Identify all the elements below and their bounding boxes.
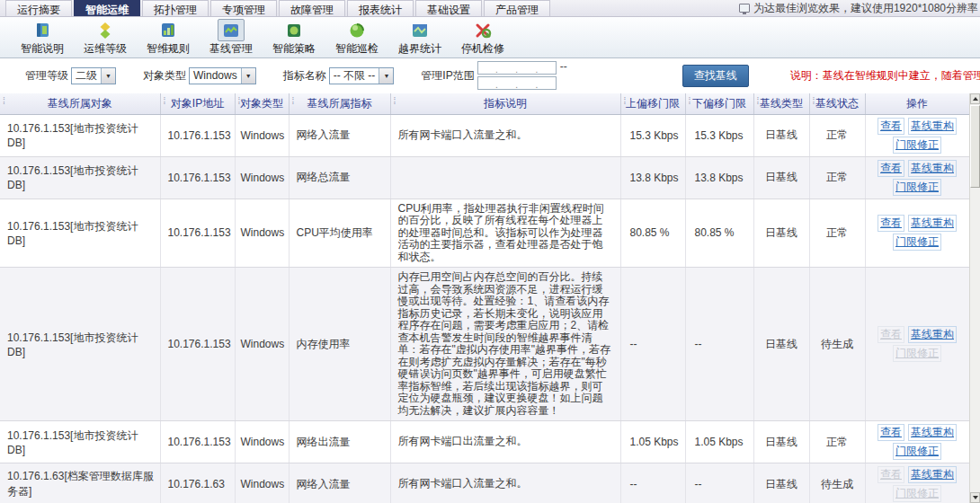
ip-range-end-input[interactable]: ... (477, 76, 557, 90)
chevron-down-icon[interactable]: ▼ (241, 68, 255, 84)
sort-handle-icon[interactable]: ⁞ (164, 97, 166, 106)
cell-ip-address: 10.176.1.63 (160, 463, 235, 503)
threshold-fix-link: 门限修正 (893, 485, 941, 502)
scroll-down-button[interactable] (970, 492, 980, 503)
threshold-fix-link[interactable]: 门限修正 (893, 443, 941, 460)
ip-range-start-input[interactable]: ... (477, 61, 557, 75)
table-row: 10.176.1.153[地市投资统计DB]10.176.1.153Window… (0, 421, 969, 463)
threshold-fix-link[interactable]: 门限修正 (893, 137, 941, 154)
toolbar-item-智维规则[interactable]: 智维规则 (137, 19, 200, 57)
scroll-up-button[interactable] (970, 93, 980, 104)
view-link[interactable]: 查看 (878, 424, 904, 441)
column-header[interactable]: ⁞对象IP地址 (160, 93, 235, 114)
cell-upper-threshold: 13.8 Kbps (620, 156, 685, 199)
column-header-label: 操作 (906, 97, 928, 110)
find-baseline-button[interactable]: 查找基线 (682, 65, 749, 87)
monitor-icon (739, 4, 750, 13)
chevron-down-icon[interactable]: ▼ (101, 68, 115, 84)
menu-tabs: 运行摘要智能运维拓扑管理专项管理故障管理报表统计基础设置产品管理 (0, 0, 552, 16)
column-header[interactable]: ⁞指标说明 (390, 93, 620, 114)
cell-object-type: Windows (235, 114, 289, 156)
column-header[interactable]: ⁞基线所属对象 (0, 93, 160, 114)
baseline-table-wrap: ⁞基线所属对象⁞对象IP地址⁞对象类型⁞基线所属指标⁞指标说明⁞上偏移门限⁞下偏… (0, 93, 980, 503)
cell-operations: 查看基线重构门限修正 (865, 268, 969, 421)
metric-name-select[interactable]: -- 不限 -- ▼ (329, 67, 395, 84)
menu-tab[interactable]: 运行摘要 (5, 0, 72, 16)
cell-object: 10.176.1.153[地市投资统计DB] (0, 268, 160, 421)
menu-tab[interactable]: 故障管理 (279, 0, 345, 16)
column-header[interactable]: ⁞基线状态 (809, 93, 865, 114)
rebuild-baseline-link[interactable]: 基线重构 (908, 160, 957, 177)
cell-object-type: Windows (235, 463, 289, 503)
column-header[interactable]: ⁞下偏移门限 (685, 93, 753, 114)
sort-handle-icon[interactable]: ⁞ (813, 97, 815, 106)
toolbar-item-智能策略[interactable]: 智能策略 (263, 19, 325, 57)
chevron-down-icon[interactable]: ▼ (379, 68, 393, 84)
scrollbar-thumb[interactable] (970, 105, 980, 188)
column-header[interactable]: ⁞基线类型 (753, 93, 809, 114)
menu-tab[interactable]: 产品管理 (484, 0, 550, 16)
cell-baseline-status: 待生成 (809, 268, 865, 421)
sort-handle-icon[interactable]: ⁞ (757, 97, 760, 106)
column-header[interactable]: ⁞基线所属指标 (289, 93, 390, 114)
menu-tab[interactable]: 拓扑管理 (142, 0, 209, 16)
cell-upper-threshold: 1.05 Kbps (620, 421, 685, 463)
toolbar-item-停机检修[interactable]: 停机检修 (451, 19, 514, 57)
cell-metric-description: 内存已用空间占内存总空间的百分比。持续过高，会导致系统因资源不足，进程运行缓慢或… (390, 268, 620, 421)
manage-level-label: 管理等级 (25, 68, 68, 84)
view-link[interactable]: 查看 (878, 160, 904, 177)
cell-object: 10.176.1.153[地市投资统计DB] (0, 114, 160, 156)
cell-upper-threshold: -- (620, 268, 685, 421)
rebuild-baseline-link[interactable]: 基线重构 (908, 424, 957, 441)
cell-metric-name: 网络总流量 (289, 156, 390, 199)
toolbar-item-label: 智能说明 (21, 41, 64, 57)
object-type-select[interactable]: Windows ▼ (189, 67, 256, 84)
table-row: 10.176.1.153[地市投资统计DB]10.176.1.153Window… (0, 199, 969, 268)
menu-tab[interactable]: 基础设置 (415, 0, 482, 16)
menu-tab[interactable]: 报表统计 (347, 0, 414, 16)
sort-handle-icon[interactable]: ⁞ (292, 97, 295, 106)
ai-inspect-icon (343, 19, 370, 41)
cell-lower-threshold: -- (685, 268, 753, 421)
threshold-fix-link[interactable]: 门限修正 (893, 179, 941, 196)
baseline-manage-icon (218, 19, 245, 41)
rebuild-baseline-link[interactable]: 基线重构 (908, 118, 957, 135)
menu-tab[interactable]: 智能运维 (74, 0, 140, 16)
vertical-scrollbar[interactable] (969, 93, 980, 503)
rebuild-baseline-link[interactable]: 基线重构 (908, 326, 957, 343)
toolbar-item-智能说明[interactable]: 智能说明 (11, 19, 74, 57)
column-header[interactable]: 操作 (865, 93, 969, 114)
baseline-table: ⁞基线所属对象⁞对象IP地址⁞对象类型⁞基线所属指标⁞指标说明⁞上偏移门限⁞下偏… (0, 93, 970, 503)
threshold-fix-link[interactable]: 门限修正 (893, 234, 941, 251)
cell-baseline-type: 日基线 (753, 421, 809, 463)
toolbar-item-智能巡检[interactable]: 智能巡检 (325, 19, 388, 57)
cell-metric-description: CPU利用率，指处理器执行非闲置线程时间的百分比，反映了所有线程在每个处理器上的… (390, 199, 620, 268)
cell-operations: 查看基线重构门限修正 (865, 199, 969, 268)
cell-baseline-type: 日基线 (753, 114, 809, 156)
sort-handle-icon[interactable]: ⁞ (624, 97, 627, 106)
column-header-label: 基线所属指标 (307, 97, 372, 110)
menu-tab[interactable]: 专项管理 (210, 0, 277, 16)
sort-handle-icon[interactable]: ⁞ (394, 97, 396, 106)
manage-level-select[interactable]: 二级 ▼ (71, 67, 116, 84)
sort-handle-icon[interactable]: ⁞ (689, 97, 691, 106)
sort-handle-icon[interactable]: ⁞ (238, 97, 241, 106)
column-header-label: 上偏移门限 (626, 97, 680, 110)
toolbar-item-越界统计[interactable]: 越界统计 (388, 19, 451, 57)
column-header[interactable]: ⁞对象类型 (235, 93, 289, 114)
view-link[interactable]: 查看 (878, 118, 904, 135)
column-header-label: 下偏移门限 (692, 97, 746, 110)
table-row: 10.176.1.63[档案管理数据库服务器]10.176.1.63Window… (0, 463, 969, 503)
rebuild-baseline-link[interactable]: 基线重构 (908, 466, 957, 483)
sort-handle-icon[interactable]: ⁞ (3, 97, 5, 106)
cell-baseline-type: 日基线 (753, 268, 809, 421)
column-header[interactable]: ⁞上偏移门限 (620, 93, 685, 114)
view-link: 查看 (878, 466, 904, 483)
cell-object: 10.176.1.63[档案管理数据库服务器] (0, 463, 160, 503)
rebuild-baseline-link[interactable]: 基线重构 (908, 215, 957, 232)
toolbar-item-运维等级[interactable]: 运维等级 (74, 19, 137, 57)
view-link[interactable]: 查看 (878, 215, 904, 232)
toolbar-item-基线管理[interactable]: 基线管理 (200, 19, 263, 57)
cell-operations: 查看基线重构门限修正 (865, 114, 969, 156)
cell-ip-address: 10.176.1.153 (160, 199, 235, 268)
